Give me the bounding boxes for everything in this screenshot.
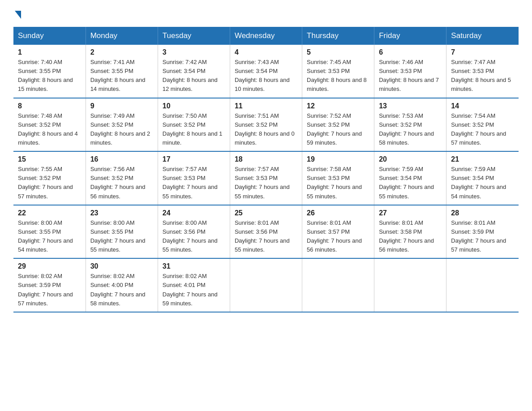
day-info: Sunrise: 8:02 AMSunset: 4:01 PMDaylight:… bbox=[163, 273, 218, 306]
day-number: 31 bbox=[163, 262, 225, 270]
day-info: Sunrise: 7:57 AMSunset: 3:53 PMDaylight:… bbox=[235, 166, 290, 199]
day-info: Sunrise: 7:46 AMSunset: 3:53 PMDaylight:… bbox=[379, 59, 439, 92]
day-number: 8 bbox=[18, 102, 81, 110]
calendar-cell: 21 Sunrise: 7:59 AMSunset: 3:54 PMDaylig… bbox=[446, 151, 519, 205]
day-number: 25 bbox=[235, 209, 297, 217]
calendar-cell: 14 Sunrise: 7:54 AMSunset: 3:52 PMDaylig… bbox=[446, 98, 519, 152]
calendar-week-row: 1 Sunrise: 7:40 AMSunset: 3:55 PMDayligh… bbox=[13, 45, 519, 98]
day-info: Sunrise: 8:00 AMSunset: 3:55 PMDaylight:… bbox=[90, 219, 146, 253]
day-info: Sunrise: 7:40 AMSunset: 3:55 PMDaylight:… bbox=[18, 59, 73, 92]
day-info: Sunrise: 7:59 AMSunset: 3:54 PMDaylight:… bbox=[379, 166, 434, 199]
calendar-cell: 8 Sunrise: 7:48 AMSunset: 3:52 PMDayligh… bbox=[13, 98, 86, 152]
day-number: 4 bbox=[235, 48, 297, 56]
day-info: Sunrise: 7:55 AMSunset: 3:52 PMDaylight:… bbox=[18, 166, 73, 199]
day-number: 5 bbox=[307, 48, 369, 56]
day-number: 13 bbox=[379, 102, 442, 110]
day-number: 3 bbox=[163, 48, 225, 56]
calendar-cell: 22 Sunrise: 8:00 AMSunset: 3:55 PMDaylig… bbox=[13, 205, 86, 259]
day-number: 12 bbox=[307, 102, 369, 110]
day-number: 29 bbox=[18, 262, 81, 270]
day-number: 18 bbox=[235, 155, 297, 163]
day-info: Sunrise: 8:01 AMSunset: 3:56 PMDaylight:… bbox=[235, 219, 290, 253]
calendar-cell: 29 Sunrise: 8:02 AMSunset: 3:59 PMDaylig… bbox=[13, 258, 86, 312]
calendar-cell: 5 Sunrise: 7:45 AMSunset: 3:53 PMDayligh… bbox=[302, 45, 374, 98]
calendar-cell: 19 Sunrise: 7:58 AMSunset: 3:53 PMDaylig… bbox=[302, 151, 374, 205]
calendar-cell: 15 Sunrise: 7:55 AMSunset: 3:52 PMDaylig… bbox=[13, 151, 86, 205]
calendar-cell: 30 Sunrise: 8:02 AMSunset: 4:00 PMDaylig… bbox=[86, 258, 158, 312]
day-info: Sunrise: 7:47 AMSunset: 3:53 PMDaylight:… bbox=[451, 59, 511, 92]
day-info: Sunrise: 7:48 AMSunset: 3:52 PMDaylight:… bbox=[18, 112, 78, 146]
day-info: Sunrise: 7:58 AMSunset: 3:53 PMDaylight:… bbox=[307, 166, 362, 199]
calendar-cell: 6 Sunrise: 7:46 AMSunset: 3:53 PMDayligh… bbox=[374, 45, 446, 98]
calendar-cell: 10 Sunrise: 7:50 AMSunset: 3:52 PMDaylig… bbox=[158, 98, 230, 152]
logo-arrow-icon bbox=[15, 11, 21, 19]
calendar-table: SundayMondayTuesdayWednesdayThursdayFrid… bbox=[13, 27, 519, 313]
day-info: Sunrise: 7:43 AMSunset: 3:54 PMDaylight:… bbox=[235, 59, 290, 92]
day-number: 30 bbox=[90, 262, 153, 270]
calendar-cell: 7 Sunrise: 7:47 AMSunset: 3:53 PMDayligh… bbox=[446, 45, 519, 98]
calendar-cell: 31 Sunrise: 8:02 AMSunset: 4:01 PMDaylig… bbox=[158, 258, 230, 312]
day-info: Sunrise: 8:01 AMSunset: 3:57 PMDaylight:… bbox=[307, 219, 362, 253]
calendar-cell: 13 Sunrise: 7:53 AMSunset: 3:52 PMDaylig… bbox=[374, 98, 446, 152]
day-info: Sunrise: 7:56 AMSunset: 3:52 PMDaylight:… bbox=[90, 166, 146, 199]
calendar-cell bbox=[302, 258, 374, 312]
day-of-week-header: Wednesday bbox=[230, 27, 302, 45]
calendar-cell: 25 Sunrise: 8:01 AMSunset: 3:56 PMDaylig… bbox=[230, 205, 302, 259]
day-number: 2 bbox=[90, 48, 153, 56]
day-number: 14 bbox=[451, 102, 514, 110]
day-info: Sunrise: 8:02 AMSunset: 4:00 PMDaylight:… bbox=[90, 273, 146, 306]
day-of-week-header: Monday bbox=[86, 27, 158, 45]
calendar-cell: 16 Sunrise: 7:56 AMSunset: 3:52 PMDaylig… bbox=[86, 151, 158, 205]
calendar-cell: 18 Sunrise: 7:57 AMSunset: 3:53 PMDaylig… bbox=[230, 151, 302, 205]
calendar-week-row: 8 Sunrise: 7:48 AMSunset: 3:52 PMDayligh… bbox=[13, 98, 519, 152]
day-number: 28 bbox=[451, 209, 514, 217]
calendar-cell bbox=[446, 258, 519, 312]
day-info: Sunrise: 7:54 AMSunset: 3:52 PMDaylight:… bbox=[451, 112, 506, 146]
calendar-cell: 27 Sunrise: 8:01 AMSunset: 3:58 PMDaylig… bbox=[374, 205, 446, 259]
day-info: Sunrise: 7:51 AMSunset: 3:52 PMDaylight:… bbox=[235, 112, 295, 146]
day-of-week-header: Saturday bbox=[446, 27, 519, 45]
day-info: Sunrise: 8:00 AMSunset: 3:56 PMDaylight:… bbox=[163, 219, 218, 253]
calendar-cell: 20 Sunrise: 7:59 AMSunset: 3:54 PMDaylig… bbox=[374, 151, 446, 205]
day-info: Sunrise: 7:45 AMSunset: 3:53 PMDaylight:… bbox=[307, 59, 367, 92]
calendar-cell: 24 Sunrise: 8:00 AMSunset: 3:56 PMDaylig… bbox=[158, 205, 230, 259]
day-number: 26 bbox=[307, 209, 369, 217]
calendar-cell: 26 Sunrise: 8:01 AMSunset: 3:57 PMDaylig… bbox=[302, 205, 374, 259]
day-of-week-header: Tuesday bbox=[158, 27, 230, 45]
day-number: 21 bbox=[451, 155, 514, 163]
day-info: Sunrise: 7:41 AMSunset: 3:55 PMDaylight:… bbox=[90, 59, 146, 92]
day-number: 10 bbox=[163, 102, 225, 110]
day-info: Sunrise: 7:53 AMSunset: 3:52 PMDaylight:… bbox=[379, 112, 434, 146]
days-header-row: SundayMondayTuesdayWednesdayThursdayFrid… bbox=[13, 27, 519, 45]
day-of-week-header: Thursday bbox=[302, 27, 374, 45]
day-info: Sunrise: 7:50 AMSunset: 3:52 PMDaylight:… bbox=[163, 112, 223, 146]
day-number: 7 bbox=[451, 48, 514, 56]
day-info: Sunrise: 7:57 AMSunset: 3:53 PMDaylight:… bbox=[163, 166, 218, 199]
day-info: Sunrise: 7:59 AMSunset: 3:54 PMDaylight:… bbox=[451, 166, 506, 199]
day-info: Sunrise: 7:52 AMSunset: 3:52 PMDaylight:… bbox=[307, 112, 362, 146]
day-info: Sunrise: 7:42 AMSunset: 3:54 PMDaylight:… bbox=[163, 59, 218, 92]
calendar-week-row: 15 Sunrise: 7:55 AMSunset: 3:52 PMDaylig… bbox=[13, 151, 519, 205]
logo bbox=[13, 9, 21, 19]
day-number: 17 bbox=[163, 155, 225, 163]
calendar-cell: 1 Sunrise: 7:40 AMSunset: 3:55 PMDayligh… bbox=[13, 45, 86, 98]
day-number: 6 bbox=[379, 48, 442, 56]
day-number: 15 bbox=[18, 155, 81, 163]
calendar-cell bbox=[230, 258, 302, 312]
calendar-cell: 2 Sunrise: 7:41 AMSunset: 3:55 PMDayligh… bbox=[86, 45, 158, 98]
calendar-week-row: 29 Sunrise: 8:02 AMSunset: 3:59 PMDaylig… bbox=[13, 258, 519, 312]
day-number: 16 bbox=[90, 155, 153, 163]
day-number: 1 bbox=[18, 48, 81, 56]
calendar-cell: 17 Sunrise: 7:57 AMSunset: 3:53 PMDaylig… bbox=[158, 151, 230, 205]
day-number: 20 bbox=[379, 155, 442, 163]
calendar-cell: 9 Sunrise: 7:49 AMSunset: 3:52 PMDayligh… bbox=[86, 98, 158, 152]
day-number: 27 bbox=[379, 209, 442, 217]
day-info: Sunrise: 8:02 AMSunset: 3:59 PMDaylight:… bbox=[18, 273, 73, 306]
day-of-week-header: Friday bbox=[374, 27, 446, 45]
calendar-cell: 11 Sunrise: 7:51 AMSunset: 3:52 PMDaylig… bbox=[230, 98, 302, 152]
day-number: 23 bbox=[90, 209, 153, 217]
calendar-cell: 3 Sunrise: 7:42 AMSunset: 3:54 PMDayligh… bbox=[158, 45, 230, 98]
calendar-cell: 4 Sunrise: 7:43 AMSunset: 3:54 PMDayligh… bbox=[230, 45, 302, 98]
calendar-cell bbox=[374, 258, 446, 312]
calendar-cell: 12 Sunrise: 7:52 AMSunset: 3:52 PMDaylig… bbox=[302, 98, 374, 152]
